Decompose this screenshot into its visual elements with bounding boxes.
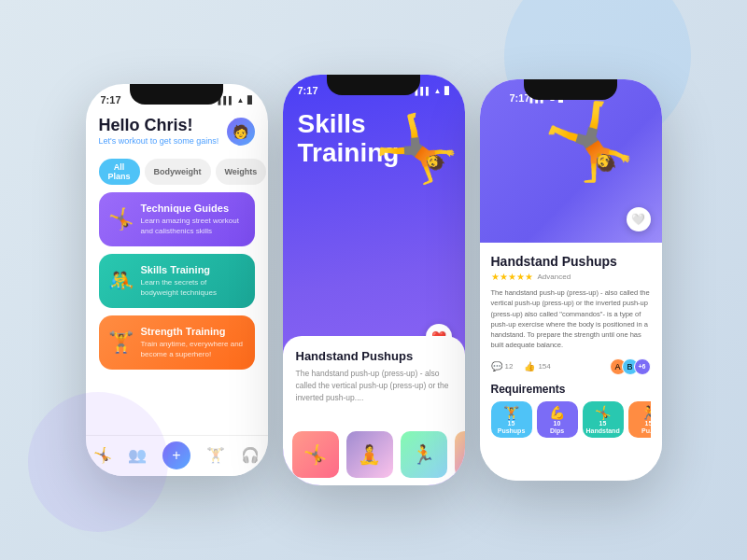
requirements-title: Requirements bbox=[491, 383, 651, 396]
req-dips-label: Dips bbox=[541, 427, 574, 434]
card-skills-title: Skills Training bbox=[141, 264, 246, 276]
req-pu-num: 15 bbox=[632, 420, 651, 427]
level-badge: Advanced bbox=[538, 273, 571, 281]
phone2-exercise-card: Handstand Pushups The handstand push-up … bbox=[283, 336, 465, 485]
like-icon: 👍 bbox=[524, 361, 535, 371]
heart-button-3[interactable]: 🤍 bbox=[627, 207, 651, 231]
card-skills[interactable]: 🤼 Skills Training Learn the secrets of b… bbox=[99, 254, 255, 308]
bottom-nav: 🤸 👥 + 🏋 🎧 bbox=[86, 435, 268, 476]
req-dips-num: 10 bbox=[541, 420, 574, 427]
mini-icons-row: 🤸 🧘 🏃 💪 bbox=[283, 424, 465, 485]
nav-audio[interactable]: 🎧 bbox=[241, 446, 260, 464]
like-count: 154 bbox=[538, 362, 550, 371]
card-technique-title: Technique Guides bbox=[141, 203, 246, 215]
phone2-exercise-desc: The handstand push-up (press-up) - also … bbox=[296, 368, 452, 403]
mini-card-1[interactable]: 🤸 bbox=[292, 431, 339, 478]
requirements-cards: 🏋 15 Pushups 💪 10 Dips 🤸 15 Handstand bbox=[491, 401, 651, 438]
exercise-level: ★★★★★ Advanced bbox=[491, 272, 651, 282]
phone-notch-1 bbox=[130, 84, 223, 105]
avatar-group: A B +6 bbox=[614, 358, 651, 375]
card-strength-desc: Train anytime, everywhere and become a s… bbox=[141, 340, 246, 359]
phone-3: 7:17 ▌▌▌ ▲ ▊ 🤸 🤍 Handstand Pushups ★★★★★… bbox=[480, 79, 662, 481]
card-technique-text: Technique Guides Learn amazing street wo… bbox=[141, 203, 246, 236]
nav-add-button[interactable]: + bbox=[162, 441, 190, 469]
wifi-icon-2: ▲ bbox=[434, 87, 442, 95]
requirements-section: Requirements 🏋 15 Pushups 💪 10 Dips 🤸 bbox=[491, 383, 651, 438]
filter-weights[interactable]: Weights bbox=[216, 159, 267, 185]
card-strength-text: Strength Training Train anytime, everywh… bbox=[141, 326, 246, 359]
req-pu-label: Pu... bbox=[632, 427, 651, 434]
mini-card-2[interactable]: 🧘 bbox=[346, 431, 393, 478]
wifi-icon: ▲ bbox=[237, 96, 245, 105]
nav-gymnastics[interactable]: 🤸 bbox=[93, 446, 112, 464]
mini-card-4[interactable]: 💪 bbox=[455, 431, 465, 478]
req-handstand-num: 15 bbox=[586, 420, 620, 427]
mini-card-3[interactable]: 🏃 bbox=[401, 431, 447, 478]
phone-notch-2 bbox=[327, 75, 420, 95]
req-card-pushups[interactable]: 🏋 15 Pushups bbox=[491, 401, 532, 438]
nav-workout[interactable]: 🏋 bbox=[206, 446, 225, 464]
phone1-content: Hello Chris! Let's workout to get some g… bbox=[86, 110, 268, 370]
req-card-handstand[interactable]: 🤸 15 Handstand bbox=[583, 401, 624, 438]
card-technique-desc: Learn amazing street workout and calisth… bbox=[141, 217, 246, 236]
exercise-description: The handstand push-up (press-up) - also … bbox=[491, 287, 651, 351]
comment-icon: 💬 bbox=[491, 361, 502, 371]
status-icons-1: ▌▌▌ ▲ ▊ bbox=[218, 96, 253, 105]
stat-comments: 💬 12 bbox=[491, 361, 514, 371]
phone-2: 7:17 ▌▌▌ ▲ ▊ Skills Training 🤸 ❤️ Handst… bbox=[283, 75, 465, 485]
time-1: 7:17 bbox=[101, 94, 121, 105]
rating-stars: ★★★★★ bbox=[491, 272, 533, 282]
req-pushups-num: 15 bbox=[495, 420, 529, 427]
battery-icon: ▊ bbox=[247, 96, 253, 105]
phone-notch-3 bbox=[524, 79, 617, 100]
card-strength[interactable]: 🏋️ Strength Training Train anytime, ever… bbox=[99, 315, 255, 370]
nav-people[interactable]: 👥 bbox=[128, 446, 147, 464]
phone3-hero: 7:17 ▌▌▌ ▲ ▊ 🤸 🤍 bbox=[480, 79, 662, 243]
req-handstand-label: Handstand bbox=[586, 427, 620, 434]
avatar-more: +6 bbox=[634, 358, 651, 375]
avatar[interactable]: 🧑 bbox=[227, 118, 255, 146]
phone-1: 7:17 ▌▌▌ ▲ ▊ Hello Chris! Let's workout … bbox=[86, 84, 268, 476]
card-skills-desc: Learn the secrets of bodyweight techniqu… bbox=[141, 278, 246, 298]
athlete-figure-3: 🤸 bbox=[543, 98, 636, 186]
filter-tabs: All Plans Bodyweight Weights bbox=[99, 159, 255, 185]
req-card-pu[interactable]: 🏃 15 Pu... bbox=[628, 401, 651, 438]
card-strength-title: Strength Training bbox=[141, 326, 246, 338]
stats-row: 💬 12 👍 154 A B +6 bbox=[491, 358, 651, 375]
card-technique-icon: 🤸 bbox=[108, 207, 134, 231]
time-2: 7:17 bbox=[298, 85, 318, 96]
phone2-exercise-title: Handstand Pushups bbox=[296, 349, 452, 363]
card-technique[interactable]: 🤸 Technique Guides Learn amazing street … bbox=[99, 192, 255, 246]
comment-count: 12 bbox=[505, 362, 514, 371]
filter-bodyweight[interactable]: Bodyweight bbox=[145, 159, 211, 185]
phone2-inner: 7:17 ▌▌▌ ▲ ▊ Skills Training 🤸 ❤️ Handst… bbox=[283, 75, 465, 485]
phone3-inner: 7:17 ▌▌▌ ▲ ▊ 🤸 🤍 Handstand Pushups ★★★★★… bbox=[480, 79, 662, 481]
status-icons-2: ▌▌▌ ▲ ▊ bbox=[416, 87, 450, 95]
req-pushups-label: Pushups bbox=[495, 427, 529, 434]
req-card-dips[interactable]: 💪 10 Dips bbox=[537, 401, 578, 438]
card-skills-text: Skills Training Learn the secrets of bod… bbox=[141, 264, 246, 298]
stat-likes: 👍 154 bbox=[524, 361, 550, 371]
card-skills-icon: 🤼 bbox=[108, 269, 134, 293]
card-strength-icon: 🏋️ bbox=[108, 330, 134, 355]
exercise-title: Handstand Pushups bbox=[491, 254, 651, 269]
phone3-content: Handstand Pushups ★★★★★ Advanced The han… bbox=[480, 243, 662, 449]
battery-icon-2: ▊ bbox=[444, 87, 450, 95]
filter-all-plans[interactable]: All Plans bbox=[99, 159, 140, 185]
